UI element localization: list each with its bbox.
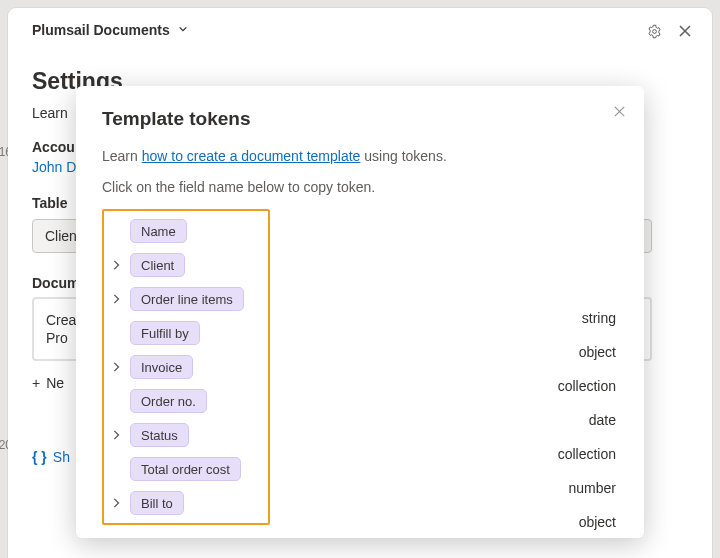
token-row: Name	[108, 217, 260, 245]
token-type: date	[558, 406, 616, 434]
token-row: Fulfill by	[108, 319, 260, 347]
token-type: collection	[558, 440, 616, 468]
token-row: Total order cost	[108, 455, 260, 483]
token-type: number	[558, 474, 616, 502]
token-type: object	[558, 338, 616, 366]
chevron-right-icon[interactable]	[108, 294, 124, 304]
modal-hint: Click on the field name below to copy to…	[102, 179, 618, 195]
app-title-bar[interactable]: Plumsail Documents	[32, 22, 688, 38]
table-dropdown-value: Clien	[45, 228, 77, 244]
token-type: collection	[558, 372, 616, 400]
chevron-right-icon[interactable]	[108, 260, 124, 270]
token-pill[interactable]: Client	[130, 253, 185, 277]
template-tokens-modal: Template tokens Learn how to create a do…	[76, 86, 644, 538]
token-pill[interactable]: Name	[130, 219, 187, 243]
token-row: Invoice	[108, 353, 260, 381]
token-row: Order line items	[108, 285, 260, 313]
brackets-icon: { }	[32, 449, 47, 465]
plus-icon: +	[32, 375, 40, 391]
token-pill[interactable]: Invoice	[130, 355, 193, 379]
gear-icon[interactable]	[647, 24, 662, 42]
token-row: Bill to	[108, 489, 260, 517]
tokens-list: NameClientOrder line itemsFulfill byInvo…	[102, 209, 270, 525]
chevron-down-icon	[178, 24, 188, 36]
svg-point-0	[653, 30, 657, 34]
token-pill[interactable]: Total order cost	[130, 457, 241, 481]
chevron-right-icon[interactable]	[108, 362, 124, 372]
chevron-right-icon[interactable]	[108, 498, 124, 508]
close-icon[interactable]	[678, 24, 692, 42]
modal-description: Learn how to create a document template …	[102, 146, 618, 167]
modal-title: Template tokens	[102, 108, 618, 130]
token-types-column: stringobjectcollectiondatecollectionnumb…	[558, 304, 616, 538]
token-row: Status	[108, 421, 260, 449]
token-type: object	[558, 508, 616, 536]
show-tokens-label: Sh	[53, 449, 70, 465]
token-pill[interactable]: Fulfill by	[130, 321, 200, 345]
add-label: Ne	[46, 375, 64, 391]
token-pill[interactable]: Status	[130, 423, 189, 447]
token-type: string	[558, 304, 616, 332]
modal-learn-link[interactable]: how to create a document template	[142, 148, 361, 164]
token-pill[interactable]: Order line items	[130, 287, 244, 311]
token-row: Order no.	[108, 387, 260, 415]
chevron-right-icon[interactable]	[108, 430, 124, 440]
token-pill[interactable]: Bill to	[130, 491, 184, 515]
close-icon[interactable]	[613, 104, 626, 122]
app-title: Plumsail Documents	[32, 22, 170, 38]
token-pill[interactable]: Order no.	[130, 389, 207, 413]
token-row: Client	[108, 251, 260, 279]
